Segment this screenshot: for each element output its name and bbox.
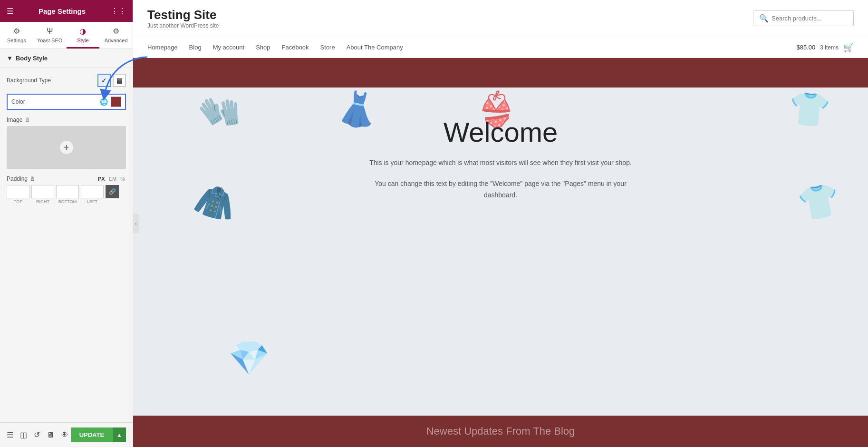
bg-type-color-btn[interactable]: ✓ xyxy=(97,74,111,87)
padding-header: Padding 🖥 PX EM % xyxy=(7,175,126,182)
tab-style-label: Style xyxy=(77,38,88,43)
image-upload-area[interactable]: + xyxy=(7,126,126,169)
add-image-icon: + xyxy=(60,141,73,154)
nav-about[interactable]: About The Company xyxy=(347,44,403,51)
padding-sublabels: TOP RIGHT BOTTOM LEFT xyxy=(7,199,126,204)
cart-price: $85.00 xyxy=(797,44,816,51)
section-title: Body Style xyxy=(16,55,48,62)
padding-left-input[interactable] xyxy=(81,185,104,198)
padding-link-btn[interactable]: 🔗 xyxy=(106,185,119,198)
panel-content: ▼ Body Style Background Type ✓ ▤ Color 🌐 xyxy=(0,49,133,422)
padding-monitor-icon: 🖥 xyxy=(29,175,35,182)
update-dropdown-btn[interactable]: ▲ xyxy=(113,428,126,442)
nav-links: Homepage Blog My account Shop Facebook S… xyxy=(147,37,403,58)
sublabel-right: RIGHT xyxy=(31,199,54,204)
nav-myaccount[interactable]: My account xyxy=(213,44,244,51)
settings-icon: ⚙ xyxy=(13,27,20,36)
monitor-icon: 🖥 xyxy=(24,117,30,123)
panel-header: ☰ Page Settings ⋮⋮ xyxy=(0,0,133,22)
globe-icon[interactable]: 🌐 xyxy=(100,98,108,106)
update-button[interactable]: UPDATE xyxy=(71,428,113,442)
nav-facebook[interactable]: Facebook xyxy=(282,44,309,51)
unit-em[interactable]: EM xyxy=(108,176,118,182)
nav-shop[interactable]: Shop xyxy=(256,44,270,51)
body-style-section-header[interactable]: ▼ Body Style xyxy=(0,49,133,68)
section-body: Background Type ✓ ▤ Color 🌐 Image 🖥 xyxy=(0,68,133,212)
image-label-row: Image 🖥 xyxy=(7,117,126,123)
welcome-text-2: You can change this text by editing the … xyxy=(358,178,643,201)
padding-label: Padding 🖥 xyxy=(7,175,35,182)
image-label: Image xyxy=(7,117,22,123)
sublabel-top: TOP xyxy=(7,199,29,204)
tab-settings-label: Settings xyxy=(7,38,26,43)
footer-icon-eye[interactable]: 👁 xyxy=(61,431,68,439)
grid-icon[interactable]: ⋮⋮ xyxy=(111,7,126,16)
panel-tabs: ⚙ Settings Ψ Yoast SEO ◑ Style ⚙ Advance… xyxy=(0,22,133,49)
color-swatch[interactable] xyxy=(111,97,121,107)
site-subtitle: Just another WordPress site xyxy=(147,22,219,29)
cart-count: 3 items xyxy=(820,44,839,51)
unit-percent[interactable]: % xyxy=(119,176,126,182)
background-type-label: Background Type xyxy=(7,77,51,84)
footer-icon-monitor[interactable]: 🖥 xyxy=(47,431,54,439)
padding-bottom-input[interactable] xyxy=(56,185,79,198)
collapse-icon: ▼ xyxy=(7,55,13,62)
panel-header-icons: ⋮⋮ xyxy=(111,7,126,16)
padding-units: PX EM % xyxy=(97,176,126,182)
tab-style[interactable]: ◑ Style xyxy=(67,22,100,49)
footer-icon-layers[interactable]: ◫ xyxy=(20,430,27,439)
nav-right: $85.00 3 items 🛒 xyxy=(797,42,854,53)
update-btn-group: UPDATE ▲ xyxy=(71,428,126,442)
panel-footer: ☰ ◫ ↺ 🖥 👁 UPDATE ▲ xyxy=(0,422,133,447)
tab-settings[interactable]: ⚙ Settings xyxy=(0,22,33,49)
footer-icon-1[interactable]: ☰ xyxy=(7,430,13,439)
hamburger-icon[interactable]: ☰ xyxy=(7,7,13,16)
cart-icon[interactable]: 🛒 xyxy=(843,42,854,53)
site-content: 🧤 👗 👙 👕 🧥 👕 💎 Welcome This is your homep… xyxy=(133,87,868,416)
padding-right-input[interactable] xyxy=(31,185,54,198)
sublabel-left: LEFT xyxy=(81,199,104,204)
search-box[interactable]: 🔍 xyxy=(753,10,854,26)
panel-title: Page Settings xyxy=(39,7,86,15)
tab-yoast-label: Yoast SEO xyxy=(37,38,62,43)
welcome-text-1: This is your homepage which is what most… xyxy=(358,157,643,169)
sublabel-bottom: BOTTOM xyxy=(56,199,79,204)
tab-yoast[interactable]: Ψ Yoast SEO xyxy=(33,22,67,49)
padding-row: Padding 🖥 PX EM % 🔗 xyxy=(7,175,126,204)
background-type-row: Background Type ✓ ▤ xyxy=(7,74,126,87)
color-row: Color 🌐 xyxy=(7,94,126,110)
left-panel: ☰ Page Settings ⋮⋮ ⚙ Settings Ψ Yoast SE… xyxy=(0,0,133,447)
site-nav: Homepage Blog My account Shop Facebook S… xyxy=(133,37,868,58)
site-header: Testing Site Just another WordPress site… xyxy=(133,0,868,37)
color-label: Color xyxy=(11,98,25,105)
tab-advanced[interactable]: ⚙ Advanced xyxy=(99,22,133,49)
unit-px[interactable]: PX xyxy=(97,176,106,182)
advanced-icon: ⚙ xyxy=(113,27,119,36)
site-title: Testing Site xyxy=(147,8,219,22)
search-input[interactable] xyxy=(772,15,848,22)
tab-advanced-label: Advanced xyxy=(105,38,128,43)
footer-icon-undo[interactable]: ↺ xyxy=(34,430,40,439)
welcome-section: Welcome This is your homepage which is w… xyxy=(133,87,868,229)
footer-icons: ☰ ◫ ↺ 🖥 👁 xyxy=(7,430,68,439)
nav-store[interactable]: Store xyxy=(320,44,335,51)
hero-banner xyxy=(133,58,868,87)
color-controls: 🌐 xyxy=(100,97,121,107)
padding-top-input[interactable] xyxy=(7,185,29,198)
padding-inputs: 🔗 xyxy=(7,185,126,198)
nav-homepage[interactable]: Homepage xyxy=(147,44,178,51)
yoast-icon: Ψ xyxy=(47,27,53,36)
footer-banner-text: Newest Updates From The Blog xyxy=(426,425,575,437)
footer-banner: Newest Updates From The Blog xyxy=(133,416,868,447)
site-logo: Testing Site Just another WordPress site xyxy=(147,8,219,29)
search-icon: 🔍 xyxy=(759,14,769,23)
main-preview-area: Testing Site Just another WordPress site… xyxy=(133,0,868,447)
collapse-panel-tab[interactable]: ‹ xyxy=(133,214,139,233)
clothing-item-7: 💎 xyxy=(228,339,270,378)
welcome-title: Welcome xyxy=(143,116,858,148)
style-icon: ◑ xyxy=(79,27,86,36)
bg-type-image-btn[interactable]: ▤ xyxy=(113,74,126,87)
padding-text: Padding xyxy=(7,175,28,182)
bg-type-buttons: ✓ ▤ xyxy=(97,74,126,87)
nav-blog[interactable]: Blog xyxy=(189,44,202,51)
